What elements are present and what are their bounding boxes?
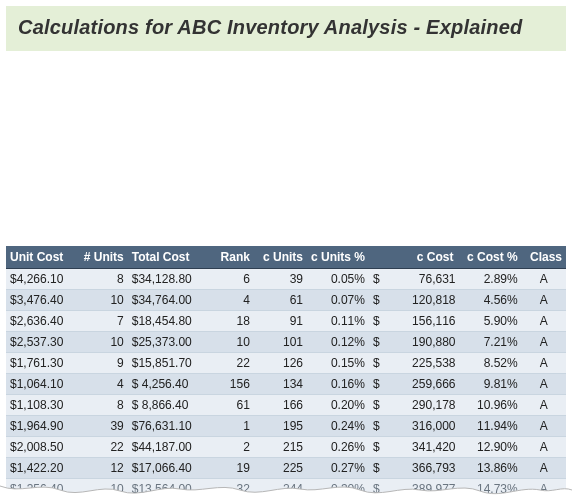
cell-unit-cost: $2,636.40 <box>6 311 77 332</box>
cell-c-units: 195 <box>254 416 307 437</box>
cell-units: 22 <box>77 437 128 458</box>
cell-c-cost-pct: 8.52% <box>458 353 522 374</box>
cell-c-cost: $120,818 <box>369 290 458 311</box>
cell-class: A <box>522 395 566 416</box>
col-c-cost-pct: c Cost % <box>458 246 522 269</box>
cell-units: 7 <box>77 311 128 332</box>
cell-c-cost-pct: 12.90% <box>458 437 522 458</box>
cell-units: 12 <box>77 458 128 479</box>
cell-c-cost: $341,420 <box>369 437 458 458</box>
cell-unit-cost: $2,008.50 <box>6 437 77 458</box>
cell-unit-cost: $1,761.30 <box>6 353 77 374</box>
cell-total-cost: $34,764.00 <box>128 290 210 311</box>
cell-total-cost: $ 8,866.40 <box>128 395 210 416</box>
cell-unit-cost: $1,108.30 <box>6 395 77 416</box>
cell-total-cost: $25,373.00 <box>128 332 210 353</box>
cell-c-units-pct: 0.12% <box>307 332 369 353</box>
cell-class: A <box>522 416 566 437</box>
cell-rank: 32 <box>210 479 254 500</box>
inventory-table: Unit Cost # Units Total Cost Rank c Unit… <box>6 246 566 500</box>
cell-c-cost: $225,538 <box>369 353 458 374</box>
cell-c-cost: $259,666 <box>369 374 458 395</box>
table-row: $2,636.407$18,454.8018910.11%$156,1165.9… <box>6 311 566 332</box>
cell-c-cost-pct: 10.96% <box>458 395 522 416</box>
table-row: $1,064.104$ 4,256.401561340.16%$259,6669… <box>6 374 566 395</box>
cell-rank: 2 <box>210 437 254 458</box>
cell-c-cost: $389,977 <box>369 479 458 500</box>
cell-class: A <box>522 374 566 395</box>
cell-c-cost-pct: 11.94% <box>458 416 522 437</box>
cell-total-cost: $44,187.00 <box>128 437 210 458</box>
cell-units: 4 <box>77 374 128 395</box>
cell-units: 8 <box>77 269 128 290</box>
cell-class: A <box>522 437 566 458</box>
cell-c-cost: $290,178 <box>369 395 458 416</box>
cell-c-units-pct: 0.11% <box>307 311 369 332</box>
cell-c-cost: $76,631 <box>369 269 458 290</box>
cell-c-cost-pct: 2.89% <box>458 269 522 290</box>
cell-class: A <box>522 269 566 290</box>
table-row: $2,537.3010$25,373.00101010.12%$190,8807… <box>6 332 566 353</box>
cell-c-units: 166 <box>254 395 307 416</box>
col-c-units-pct: c Units % <box>307 246 369 269</box>
table-row: $1,356.4010$13,564.00322440.30%$389,9771… <box>6 479 566 500</box>
cell-c-units: 244 <box>254 479 307 500</box>
cell-c-cost-pct: 4.56% <box>458 290 522 311</box>
cell-c-cost-pct: 7.21% <box>458 332 522 353</box>
inventory-table-container: Unit Cost # Units Total Cost Rank c Unit… <box>6 246 566 500</box>
cell-c-cost: $156,116 <box>369 311 458 332</box>
cell-total-cost: $13,564.00 <box>128 479 210 500</box>
cell-total-cost: $15,851.70 <box>128 353 210 374</box>
col-class: Class <box>522 246 566 269</box>
cell-c-units: 39 <box>254 269 307 290</box>
cell-unit-cost: $2,537.30 <box>6 332 77 353</box>
cell-rank: 61 <box>210 395 254 416</box>
table-header-row: Unit Cost # Units Total Cost Rank c Unit… <box>6 246 566 269</box>
table-row: $1,761.309$15,851.70221260.15%$225,5388.… <box>6 353 566 374</box>
cell-class: A <box>522 332 566 353</box>
cell-class: A <box>522 479 566 500</box>
cell-rank: 18 <box>210 311 254 332</box>
cell-total-cost: $18,454.80 <box>128 311 210 332</box>
col-unit-cost: Unit Cost <box>6 246 77 269</box>
cell-total-cost: $17,066.40 <box>128 458 210 479</box>
cell-units: 10 <box>77 332 128 353</box>
col-c-cost: c Cost <box>369 246 458 269</box>
page-title: Calculations for ABC Inventory Analysis … <box>18 16 554 39</box>
table-row: $4,266.108$34,128.806390.05%$76,6312.89%… <box>6 269 566 290</box>
cell-c-units: 134 <box>254 374 307 395</box>
cell-rank: 19 <box>210 458 254 479</box>
table-row: $2,008.5022$44,187.0022150.26%$341,42012… <box>6 437 566 458</box>
table-body: $4,266.108$34,128.806390.05%$76,6312.89%… <box>6 269 566 500</box>
cell-class: A <box>522 458 566 479</box>
cell-units: 9 <box>77 353 128 374</box>
cell-c-units-pct: 0.15% <box>307 353 369 374</box>
cell-unit-cost: $1,422.20 <box>6 458 77 479</box>
cell-class: A <box>522 290 566 311</box>
cell-rank: 6 <box>210 269 254 290</box>
cell-c-units-pct: 0.27% <box>307 458 369 479</box>
cell-c-units: 91 <box>254 311 307 332</box>
cell-total-cost: $34,128.80 <box>128 269 210 290</box>
title-bar: Calculations for ABC Inventory Analysis … <box>6 6 566 51</box>
cell-rank: 1 <box>210 416 254 437</box>
col-units: # Units <box>77 246 128 269</box>
col-total-cost: Total Cost <box>128 246 210 269</box>
cell-c-units-pct: 0.24% <box>307 416 369 437</box>
cell-c-units: 61 <box>254 290 307 311</box>
cell-total-cost: $76,631.10 <box>128 416 210 437</box>
cell-total-cost: $ 4,256.40 <box>128 374 210 395</box>
cell-units: 10 <box>77 479 128 500</box>
cell-rank: 10 <box>210 332 254 353</box>
cell-units: 10 <box>77 290 128 311</box>
cell-unit-cost: $1,964.90 <box>6 416 77 437</box>
table-row: $1,422.2012$17,066.40192250.27%$366,7931… <box>6 458 566 479</box>
cell-c-units: 101 <box>254 332 307 353</box>
cell-c-units: 225 <box>254 458 307 479</box>
cell-class: A <box>522 311 566 332</box>
cell-rank: 4 <box>210 290 254 311</box>
table-row: $1,964.9039$76,631.1011950.24%$316,00011… <box>6 416 566 437</box>
cell-unit-cost: $3,476.40 <box>6 290 77 311</box>
cell-c-units-pct: 0.05% <box>307 269 369 290</box>
cell-c-cost: $366,793 <box>369 458 458 479</box>
